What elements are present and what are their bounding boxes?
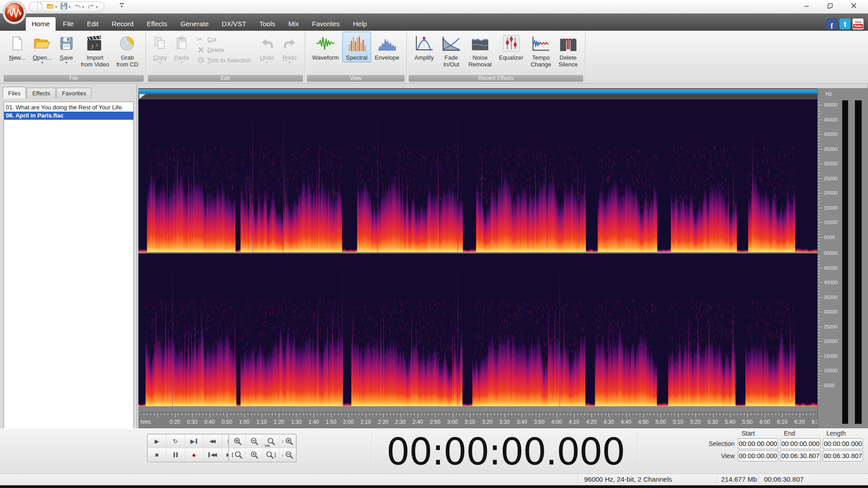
qat-undo-button[interactable]: ▾ bbox=[73, 2, 85, 12]
frequency-tick bbox=[818, 315, 820, 315]
file-list-item[interactable]: 01. What are You doing the Rest of Your … bbox=[4, 103, 133, 112]
frequency-tick bbox=[818, 152, 820, 152]
ruler-tick bbox=[623, 413, 623, 415]
time-ruler[interactable]: hms 0:200:300:400:501:001:101:201:301:40… bbox=[138, 412, 817, 428]
file-list-item[interactable]: 06. April in Paris.flac bbox=[4, 112, 133, 120]
ribbon-grab-from-cd-button[interactable]: Grabfrom CD bbox=[113, 32, 142, 69]
ribbon-delete-silence-button[interactable]: DeleteSilence bbox=[555, 32, 581, 69]
zoom-selection-button[interactable] bbox=[246, 448, 262, 461]
ribbon-noise-removal-button[interactable]: NoiseRemoval bbox=[465, 32, 495, 69]
go-start-button[interactable]: ◀◀ bbox=[203, 448, 222, 461]
record-button[interactable]: ● bbox=[185, 448, 203, 461]
panel-tab-files[interactable]: Files bbox=[3, 87, 26, 99]
ribbon-spectral-button[interactable]: Spectral bbox=[342, 32, 371, 62]
tab-generate[interactable]: Generate bbox=[175, 17, 215, 31]
qat-new-button[interactable] bbox=[35, 2, 44, 12]
ribbon-save-button[interactable]: Save▾ bbox=[56, 32, 77, 66]
spectrogram-channel-right[interactable] bbox=[138, 253, 817, 406]
ribbon-copy-label: Copy bbox=[153, 54, 167, 61]
ruler-time-label: 4:40 bbox=[621, 419, 631, 425]
stop-button[interactable]: ■ bbox=[148, 448, 166, 461]
file-list[interactable]: 01. What are You doing the Rest of Your … bbox=[4, 102, 134, 456]
open-folder-icon bbox=[47, 2, 54, 12]
ruler-tick bbox=[289, 413, 290, 415]
tab-help[interactable]: Help bbox=[347, 17, 373, 31]
playhead-marker-icon[interactable] bbox=[139, 94, 146, 99]
maximize-button[interactable] bbox=[818, 0, 842, 13]
customize-quick-access-icon[interactable]: ▾ bbox=[118, 3, 125, 8]
play-button[interactable]: ▶ bbox=[148, 435, 166, 448]
view-length-field[interactable]: 00:06:30.807 bbox=[823, 450, 863, 461]
ribbon-new-button[interactable]: New... bbox=[5, 32, 29, 62]
tab-home[interactable]: Home bbox=[26, 17, 56, 31]
qat-save-button[interactable]: ▾ bbox=[59, 2, 71, 12]
close-button[interactable] bbox=[842, 0, 865, 13]
ruler-tick bbox=[223, 413, 224, 415]
ruler-tick bbox=[678, 413, 679, 417]
overview-seek-bar[interactable] bbox=[138, 89, 817, 94]
ribbon-open-button[interactable]: Open...▾ bbox=[29, 32, 56, 66]
ruler-tick bbox=[515, 413, 515, 415]
tab-effects[interactable]: Effects bbox=[141, 17, 173, 31]
frequency-tick bbox=[818, 199, 820, 199]
zoom-100-button[interactable]: 100 bbox=[263, 435, 279, 448]
view-start-field[interactable]: 00:00:00.000 bbox=[738, 450, 778, 461]
ribbon-envelope-button[interactable]: Envelope bbox=[371, 32, 403, 62]
tab-dx-vst[interactable]: DX/VST bbox=[216, 17, 252, 31]
twitter-icon[interactable]: t bbox=[840, 19, 850, 29]
zoom-vertical-in-button[interactable]: ↕ bbox=[279, 435, 296, 448]
zoom-selection-start-button[interactable]: [ bbox=[229, 448, 245, 461]
ribbon: New...Open...▾Save▾♪♪Importfrom VideoGra… bbox=[0, 31, 868, 84]
tab-tools[interactable]: Tools bbox=[254, 17, 281, 31]
selection-start-field[interactable]: 00:00:00.000 bbox=[738, 438, 778, 449]
tab-mix[interactable]: Mix bbox=[283, 17, 305, 31]
ribbon-redo-label: Redo bbox=[283, 54, 297, 61]
tab-edit[interactable]: Edit bbox=[81, 17, 104, 31]
loop-button[interactable]: ↻ bbox=[166, 435, 184, 448]
ruler-tick bbox=[671, 413, 671, 415]
svg-text:♪: ♪ bbox=[95, 42, 98, 48]
facebook-icon[interactable]: f bbox=[826, 19, 837, 29]
play-next-button[interactable]: ▶ bbox=[185, 435, 203, 448]
ruler-tick bbox=[265, 413, 265, 415]
minimize-button[interactable] bbox=[795, 0, 818, 13]
tab-file[interactable]: File bbox=[57, 17, 80, 31]
ribbon-equalizer-button[interactable]: Equalizer bbox=[495, 32, 527, 62]
ruler-tick bbox=[331, 413, 331, 417]
ribbon-amplify-button[interactable]: Amplify bbox=[410, 32, 438, 62]
youtube-icon[interactable]: YouTube bbox=[853, 19, 863, 29]
frequency-tick bbox=[818, 161, 820, 161]
frequency-tick bbox=[818, 246, 820, 246]
ruler-tick bbox=[571, 413, 571, 415]
frequency-tick bbox=[818, 167, 820, 167]
spectrogram-channel-left[interactable] bbox=[138, 99, 817, 252]
marker-strip[interactable] bbox=[138, 94, 817, 99]
zoom-vertical-out-button[interactable]: ↕ bbox=[279, 448, 296, 461]
view-end-field[interactable]: 00:06:30.807 bbox=[780, 450, 821, 461]
qat-redo-button[interactable]: ▾ bbox=[86, 2, 99, 12]
ribbon-import-from-video-button[interactable]: ♪♪Importfrom Video bbox=[77, 32, 113, 69]
ribbon-tempo-change-button[interactable]: TempoChange bbox=[527, 32, 555, 69]
ribbon-waveform-button[interactable]: Waveform bbox=[309, 32, 343, 62]
tab-favorites[interactable]: Favorites bbox=[306, 17, 346, 31]
ruler-tick bbox=[810, 413, 811, 415]
ribbon-fade-in-out-button[interactable]: FadeIn/Out bbox=[438, 32, 465, 69]
panel-tab-effects[interactable]: Effects bbox=[27, 88, 56, 99]
qat-open-button[interactable]: ▾ bbox=[46, 2, 58, 12]
ruler-time-label: 0:30 bbox=[187, 419, 197, 425]
tab-record[interactable]: Record bbox=[106, 17, 139, 31]
selection-end-field[interactable]: 00:00:00.000 bbox=[780, 438, 821, 449]
zoom-in-button[interactable] bbox=[229, 435, 245, 448]
pause-button[interactable] bbox=[166, 448, 184, 461]
zoom-selection-end-button[interactable]: ] bbox=[263, 448, 279, 461]
ruler-tick bbox=[480, 413, 481, 415]
selection-length-field[interactable]: 00:00:00.000 bbox=[823, 438, 863, 449]
panel-tab-favorites[interactable]: Favorites bbox=[57, 88, 91, 99]
frequency-tick bbox=[818, 341, 822, 342]
cut-icon: ✂ bbox=[197, 36, 205, 43]
zoom-out-button[interactable] bbox=[246, 435, 262, 448]
rewind-button[interactable]: ◀◀ bbox=[203, 435, 222, 448]
frequency-tick bbox=[818, 193, 822, 193]
ruler-tick bbox=[470, 413, 470, 417]
app-logo-icon[interactable] bbox=[2, 0, 26, 24]
